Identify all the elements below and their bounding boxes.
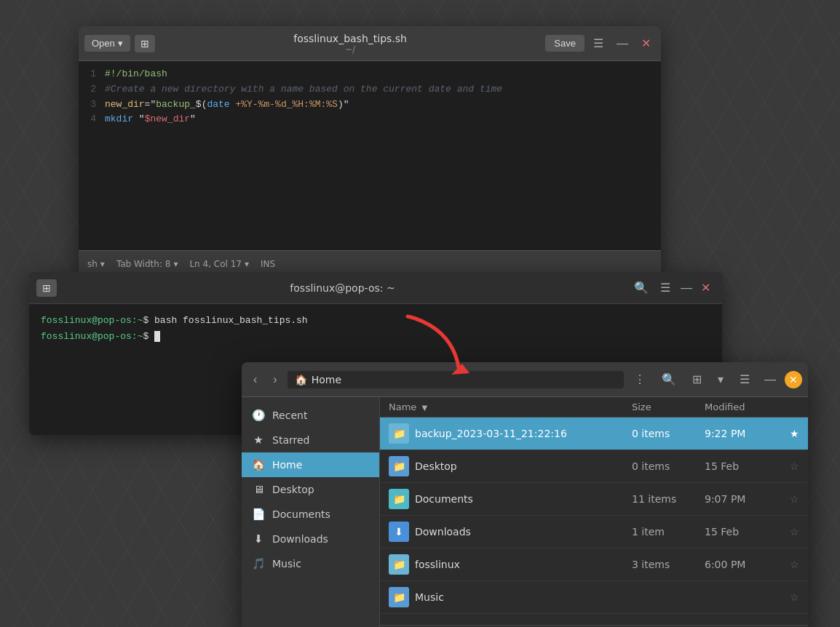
file-label-desktop: Desktop [415, 460, 457, 472]
file-row-fosslinux[interactable]: 📁 fosslinux 3 items 6:00 PM ☆ [380, 548, 808, 581]
folder-icon-documents: 📁 [389, 489, 409, 509]
code-line-4: 4 mkdir "$new_dir" [79, 112, 661, 127]
file-label-fosslinux: fosslinux [415, 559, 460, 570]
terminal-menu-button[interactable]: ☰ [654, 278, 676, 297]
file-name-backup: 📁 backup_2023-03-11_21:22:16 [389, 423, 632, 444]
fm-sidebar: 🕐 Recent ★ Starred 🏠 Home 🖥 Desktop 📄 Do… [242, 397, 380, 627]
file-label-downloads: Downloads [415, 526, 471, 538]
file-row-downloads[interactable]: ⬇ Downloads 1 item 15 Feb ☆ [380, 516, 808, 548]
documents-icon: 📄 [252, 508, 265, 521]
tab-width-dropdown-icon: ▾ [173, 259, 178, 269]
terminal-search-button[interactable]: 🔍 [628, 278, 654, 297]
editor-window: Open ▾ ⊞ fosslinux_bash_tips.sh ~/ Save … [79, 26, 661, 276]
new-tab-button[interactable]: ⊞ [135, 35, 155, 52]
save-button[interactable]: Save [545, 35, 585, 52]
star-button-downloads[interactable]: ☆ [790, 526, 799, 538]
line-content-4: mkdir "$new_dir" [105, 112, 196, 127]
tab-width-selector[interactable]: Tab Width: 8 ▾ [116, 259, 178, 269]
insert-mode-label: INS [261, 259, 275, 269]
line-number-3: 3 [79, 97, 105, 113]
fm-close-button[interactable]: ✕ [785, 371, 802, 388]
sidebar-item-label-desktop: Desktop [272, 484, 314, 495]
sidebar-item-downloads[interactable]: ⬇ Downloads [242, 527, 379, 551]
terminal-new-tab-button[interactable]: ⊞ [36, 279, 57, 297]
file-modified-documents: 9:07 PM ☆ [705, 493, 799, 505]
file-name-downloads: ⬇ Downloads [389, 522, 632, 542]
editor-filepath: ~/ [155, 44, 546, 55]
open-label: Open [92, 38, 115, 49]
terminal-title: fosslinux@pop-os: ~ [57, 282, 628, 294]
fm-main-area: Name ▼ Size Modified 📁 backup_2023-03-11… [380, 397, 808, 627]
folder-icon-fosslinux: 📁 [389, 554, 409, 575]
fm-view-grid-button[interactable]: ⊞ [686, 370, 708, 389]
column-name-header[interactable]: Name ▼ [389, 402, 632, 412]
tab-width-label: Tab Width: 8 [116, 259, 170, 269]
terminal-user-2: fosslinux@pop-os [41, 331, 132, 342]
fm-kebab-button[interactable]: ⋮ [628, 370, 651, 389]
fm-titlebar: ‹ › 🏠 Home ⋮ 🔍 ⊞ ▾ ☰ — ✕ [242, 362, 808, 397]
starred-icon: ★ [252, 434, 265, 447]
cursor-position[interactable]: Ln 4, Col 17 ▾ [189, 259, 249, 269]
star-button-fosslinux[interactable]: ☆ [790, 559, 799, 570]
file-modified-backup: 9:22 PM ★ [705, 428, 799, 439]
sidebar-item-home[interactable]: 🏠 Home [242, 452, 379, 477]
cursor-position-label: Ln 4, Col 17 [189, 259, 242, 269]
minimize-button[interactable]: — [612, 36, 633, 52]
star-button-music[interactable]: ☆ [790, 591, 799, 603]
terminal-close-button[interactable]: ✕ [697, 279, 715, 296]
editor-toolbar-right: Save ☰ — ✕ [545, 35, 655, 52]
file-row-backup[interactable]: 📁 backup_2023-03-11_21:22:16 0 items 9:2… [380, 418, 808, 450]
menu-button[interactable]: ☰ [589, 35, 608, 52]
file-row-desktop[interactable]: 📁 Desktop 0 items 15 Feb ☆ [380, 450, 808, 483]
sidebar-item-documents[interactable]: 📄 Documents [242, 502, 379, 527]
fm-back-button[interactable]: ‹ [247, 370, 263, 389]
editor-titlebar: Open ▾ ⊞ fosslinux_bash_tips.sh ~/ Save … [79, 26, 661, 61]
sidebar-item-label-starred: Starred [272, 434, 309, 446]
open-button[interactable]: Open ▾ [84, 35, 130, 52]
sidebar-item-label-documents: Documents [272, 508, 330, 520]
language-selector[interactable]: sh ▾ [87, 259, 105, 269]
line-content-2: #Create a new directory with a name base… [105, 82, 502, 97]
cursor-dropdown-icon: ▾ [245, 259, 249, 269]
star-button-backup[interactable]: ★ [790, 428, 799, 439]
sidebar-item-desktop[interactable]: 🖥 Desktop [242, 477, 379, 502]
file-row-music[interactable]: 📁 Music ☆ [380, 581, 808, 614]
file-label-documents: Documents [415, 493, 473, 505]
column-modified-header[interactable]: Modified [705, 402, 799, 412]
fm-current-location: Home [312, 374, 341, 386]
sidebar-item-starred[interactable]: ★ Starred [242, 428, 379, 452]
line-number-1: 1 [79, 67, 105, 82]
fm-view-dropdown-button[interactable]: ▾ [712, 370, 729, 389]
code-line-1: 1 #!/bin/bash [79, 67, 661, 82]
fm-menu-button[interactable]: ☰ [734, 370, 756, 389]
terminal-minimize-button[interactable]: — [676, 280, 697, 296]
fm-minimize-button[interactable]: — [760, 372, 780, 388]
star-button-documents[interactable]: ☆ [790, 493, 799, 505]
close-button[interactable]: ✕ [637, 35, 655, 52]
file-row-documents[interactable]: 📁 Documents 11 items 9:07 PM ☆ [380, 483, 808, 516]
desktop-icon: 🖥 [252, 483, 265, 496]
file-size-downloads: 1 item [632, 526, 705, 538]
folder-icon-downloads: ⬇ [389, 522, 409, 542]
terminal-cursor [154, 331, 160, 342]
terminal-titlebar: ⊞ fosslinux@pop-os: ~ 🔍 ☰ — ✕ [29, 272, 722, 304]
star-button-desktop[interactable]: ☆ [790, 460, 799, 472]
file-name-documents: 📁 Documents [389, 489, 632, 509]
fm-location-bar[interactable]: 🏠 Home [288, 371, 624, 388]
file-name-fosslinux: 📁 fosslinux [389, 554, 632, 575]
column-size-header[interactable]: Size [632, 402, 705, 412]
terminal-line-2: fosslinux@pop-os:~$ [41, 329, 710, 345]
line-content-1: #!/bin/bash [105, 67, 167, 82]
file-modified-downloads: 15 Feb ☆ [705, 526, 799, 538]
sidebar-item-label-home: Home [272, 459, 302, 471]
fm-file-list[interactable]: 📁 backup_2023-03-11_21:22:16 0 items 9:2… [380, 418, 808, 625]
sidebar-item-recent[interactable]: 🕐 Recent [242, 403, 379, 428]
line-number-4: 4 [79, 112, 105, 127]
sidebar-item-music[interactable]: 🎵 Music [242, 551, 379, 576]
editor-title-center: fosslinux_bash_tips.sh ~/ [155, 33, 546, 55]
file-modified-music: ☆ [705, 591, 799, 603]
editor-toolbar-left: Open ▾ ⊞ [84, 35, 155, 52]
fm-forward-button[interactable]: › [267, 370, 282, 389]
code-area[interactable]: 1 #!/bin/bash 2 #Create a new directory … [79, 61, 661, 250]
fm-search-button[interactable]: 🔍 [656, 370, 682, 389]
